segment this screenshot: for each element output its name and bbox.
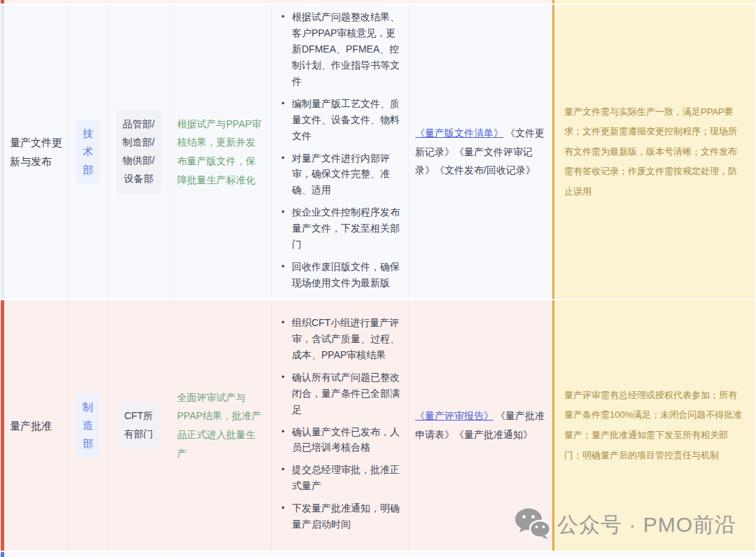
stage-name: 量产文件更新与发布 — [10, 133, 62, 171]
task-item: 下发量产批准通知，明确量产启动时间 — [280, 500, 400, 533]
participants-badge: 品管部/ 制造部/ 物供部/ 设备部 — [116, 110, 161, 194]
task-item: 确认量产文件已发布，人员已培训考核合格 — [280, 424, 400, 456]
task-item: 确认所有试产问题已整改闭合，量产条件已全部满足 — [280, 369, 400, 418]
outputs-text: 《量产版文件清单》《文件更新记录》《量产文件评审记录》《文件发布/回收记录》 — [415, 124, 545, 180]
goal-cell: 根据试产与PPAP审核结果，更新并发布量产版文件，保障批量生产标准化 — [170, 5, 272, 299]
doc-link-production-review-report[interactable]: 《量产评审报告》 — [415, 410, 493, 421]
owner-dept-cell: 制 造 部 — [69, 300, 108, 551]
participants-cell: 品管部/ 制造部/ 物供部/ 设备部 — [108, 5, 170, 299]
table-row-production-approval: 量产批准 制 造 部 CFT所 有部门 全面评审试产与PPAP结果，批准产品正式… — [1, 300, 755, 551]
tasks-cell: 组织CFT小组进行量产评审，含试产质量、过程、成本、PPAP审核结果 确认所有试… — [272, 300, 409, 551]
task-list: 根据试产问题整改结果、客户PPAP审核意见，更新DFMEA、PFMEA、控制计划… — [280, 6, 400, 297]
outputs-cell: 《量产版文件清单》《文件更新记录》《量产文件评审记录》《文件发布/回收记录》 — [409, 5, 552, 299]
table-row-doc-update-release: 量产文件更新与发布 技 术 部 品管部/ 制造部/ 物供部/ 设备部 根据试产与… — [1, 5, 755, 299]
previous-row-sliver — [1, 0, 755, 3]
participants-cell: CFT所 有部门 — [108, 300, 170, 551]
notes-cell: 量产文件需与实际生产一致，满足PPAP要求；文件更新需遵循变更控制程序；现场所有… — [552, 5, 755, 299]
task-item: 组织CFT小组进行量产评审，含试产质量、过程、成本、PPAP审核结果 — [280, 315, 400, 363]
notes-text: 量产评审需有总经理或授权代表参加；所有量产条件需100%满足；未闭合问题不得批准… — [564, 386, 746, 465]
task-item: 对量产文件进行内部评审，确保文件完整、准确、适用 — [280, 150, 400, 199]
owner-dept-badge: 技 术 部 — [76, 120, 99, 185]
task-list: 组织CFT小组进行量产评审，含试产质量、过程、成本、PPAP审核结果 确认所有试… — [280, 312, 400, 539]
task-item: 按企业文件控制程序发布量产文件，下发至相关部门 — [280, 204, 400, 253]
task-item: 根据试产问题整改结果、客户PPAP审核意见，更新DFMEA、PFMEA、控制计划… — [280, 9, 400, 90]
notes-text: 量产文件需与实际生产一致，满足PPAP要求；文件更新需遵循变更控制程序；现场所有… — [564, 102, 746, 202]
notes-cell: 量产评审需有总经理或授权代表参加；所有量产条件需100%满足；未闭合问题不得批准… — [552, 300, 755, 551]
outputs-cell: 《量产评审报告》《量产批准申请表》《量产批准通知》 — [409, 300, 552, 551]
participants-badge: CFT所 有部门 — [118, 402, 160, 449]
goal-cell: 全面评审试产与PPAP结果，批准产品正式进入批量生产 — [170, 300, 272, 551]
task-item: 提交总经理审批，批准正式量产 — [280, 462, 400, 494]
task-item: 回收作废旧版文件，确保现场使用文件为最新版 — [280, 259, 400, 291]
outputs-text: 《量产评审报告》《量产批准申请表》《量产批准通知》 — [415, 407, 545, 444]
stage-name: 量产批准 — [10, 416, 62, 435]
doc-link-production-file-list[interactable]: 《量产版文件清单》 — [415, 127, 503, 139]
stage-name-cell: 量产文件更新与发布 — [4, 5, 69, 299]
goal-text: 全面评审试产与PPAP结果，批准产品正式进入批量生产 — [177, 388, 264, 463]
goal-text: 根据试产与PPAP审核结果，更新并发布量产版文件，保障批量生产标准化 — [177, 115, 264, 189]
owner-dept-badge: 制 造 部 — [76, 393, 99, 458]
tasks-cell: 根据试产问题整改结果、客户PPAP审核意见，更新DFMEA、PFMEA、控制计划… — [272, 5, 409, 299]
next-row-sliver — [1, 552, 755, 557]
process-table-page: 量产文件更新与发布 技 术 部 品管部/ 制造部/ 物供部/ 设备部 根据试产与… — [0, 0, 756, 557]
stage-name-cell: 量产批准 — [4, 300, 69, 551]
owner-dept-cell: 技 术 部 — [69, 5, 108, 299]
task-item: 编制量产版工艺文件、质量文件、设备文件、物料文件 — [280, 96, 400, 144]
